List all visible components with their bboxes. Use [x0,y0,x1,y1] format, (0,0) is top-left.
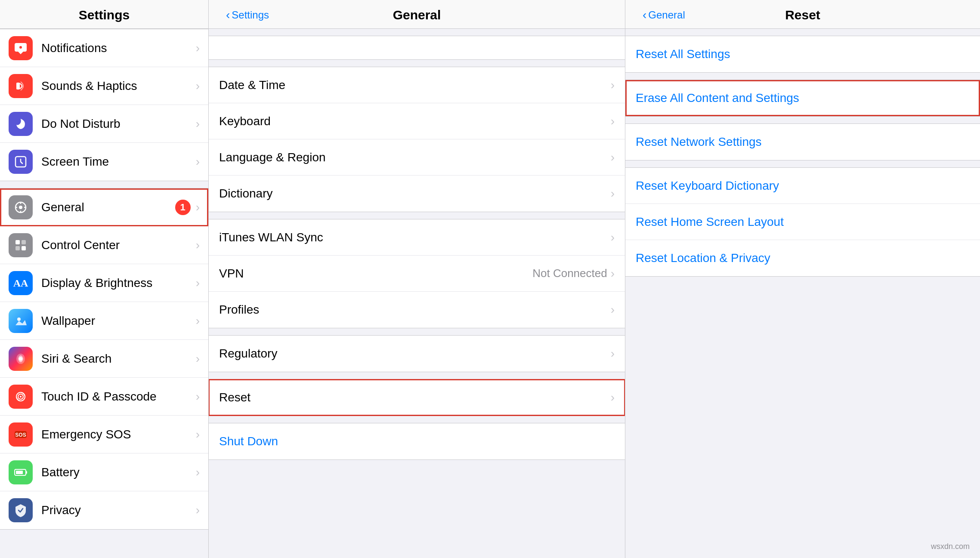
svg-rect-25 [16,471,23,474]
general-item-profiles[interactable]: Profiles › [209,292,625,328]
regulatory-chevron: › [611,347,615,361]
controlcenter-icon-bg [9,233,33,257]
general-chevron: › [196,200,200,214]
settings-column: Settings Notifications › [0,0,209,558]
dictionary-chevron: › [611,187,615,200]
settings-item-siri[interactable]: Siri & Search › [0,340,208,378]
settings-item-touchid[interactable]: Touch ID & Passcode › [0,378,208,416]
siri-icon-bg [9,347,33,371]
display-icon: AA [13,275,28,291]
general-header-relative: ‹ Settings General [217,8,616,22]
settings-group-2: General 1 › Control Center › [0,188,208,530]
general-item-datetime[interactable]: Date & Time › [209,67,625,103]
settings-item-general[interactable]: General 1 › [0,188,208,226]
general-item-reset[interactable]: Reset › [209,379,625,416]
touchid-chevron: › [196,390,200,404]
reset-location-label: Reset Location & Privacy [636,251,770,265]
settings-item-sounds[interactable]: Sounds & Haptics › [0,67,208,105]
general-item-vpn[interactable]: VPN Not Connected › [209,256,625,292]
general-group-3: Regulatory › [209,335,625,372]
settings-item-screentime[interactable]: Screen Time › [0,143,208,181]
dnd-chevron: › [196,117,200,131]
reset-item-network[interactable]: Reset Network Settings [625,124,980,160]
keyboard-chevron: › [611,114,615,128]
reset-item-home[interactable]: Reset Home Screen Layout [625,204,980,240]
sos-icon: SOS [13,427,28,442]
settings-group-1: Notifications › Sounds & Haptics › [0,29,208,181]
general-item-dictionary[interactable]: Dictionary › [209,176,625,212]
reset-item-location[interactable]: Reset Location & Privacy [625,240,980,276]
reset-home-label: Reset Home Screen Layout [636,215,784,229]
general-header: ‹ Settings General [209,0,625,29]
general-icon-bg [9,195,33,219]
privacy-chevron: › [196,503,200,517]
settings-item-notifications[interactable]: Notifications › [0,29,208,67]
general-back-chevron: ‹ [226,8,230,22]
wallpaper-label: Wallpaper [41,314,196,328]
language-label: Language & Region [219,151,611,164]
settings-item-controlcenter[interactable]: Control Center › [0,226,208,264]
reset-scroll: Reset All Settings Erase All Content and… [625,29,980,558]
reset-group-1: Reset All Settings [625,36,980,73]
reset-item-keyboard[interactable]: Reset Keyboard Dictionary [625,168,980,204]
general-group-1: Date & Time › Keyboard › Language & Regi… [209,67,625,212]
settings-header: Settings [0,0,208,29]
sounds-icon [13,78,28,94]
svg-point-15 [17,318,21,321]
reset-group-4: Reset Keyboard Dictionary Reset Home Scr… [625,167,980,277]
privacy-icon [13,503,28,518]
siri-icon [13,351,28,367]
general-item-regulatory[interactable]: Regulatory › [209,336,625,372]
reset-header: ‹ General Reset [625,0,980,29]
settings-item-battery[interactable]: Battery › [0,453,208,491]
vpn-chevron: › [611,267,615,281]
regulatory-label: Regulatory [219,347,611,361]
touchid-label: Touch ID & Passcode [41,390,196,404]
reset-column: ‹ General Reset Reset All Settings Erase… [625,0,980,558]
general-item-shutdown[interactable]: Shut Down [209,423,625,459]
screentime-chevron: › [196,155,200,169]
settings-item-dnd[interactable]: Do Not Disturb › [0,105,208,143]
notifications-label: Notifications [41,41,196,55]
dictionary-label: Dictionary [219,187,611,200]
wallpaper-icon [13,313,28,329]
datetime-chevron: › [611,78,615,92]
battery-icon [13,465,28,480]
itunes-label: iTunes WLAN Sync [219,231,611,244]
general-scroll: Date & Time › Keyboard › Language & Regi… [209,29,625,558]
svg-point-20 [20,396,22,398]
svg-text:SOS: SOS [15,432,26,438]
svg-rect-12 [15,246,20,250]
general-back-button[interactable]: ‹ Settings [226,8,269,22]
display-chevron: › [196,276,200,290]
controlcenter-icon [13,237,28,253]
general-item-language[interactable]: Language & Region › [209,139,625,176]
reset-group-3: Reset Network Settings [625,123,980,160]
settings-item-privacy[interactable]: Privacy › [0,491,208,529]
settings-item-sos[interactable]: SOS Emergency SOS › [0,416,208,453]
datetime-label: Date & Time [219,78,611,92]
svg-rect-2 [16,83,20,89]
general-top-partial [209,36,625,60]
settings-item-display[interactable]: AA Display & Brightness › [0,264,208,302]
general-group-5: Shut Down [209,423,625,460]
sos-icon-bg: SOS [9,422,33,447]
reset-item-all-settings[interactable]: Reset All Settings [625,36,980,72]
footer: wsxdn.com [924,539,977,555]
reset-group-2: Erase All Content and Settings [625,80,980,117]
general-label: General [41,200,175,214]
keyboard-label: Keyboard [219,114,611,128]
notifications-chevron: › [196,41,200,55]
privacy-icon-bg [9,498,33,522]
general-item-itunes[interactable]: iTunes WLAN Sync › [209,219,625,256]
reset-back-button[interactable]: ‹ General [643,8,685,22]
sos-label: Emergency SOS [41,428,196,441]
sounds-icon-bg [9,74,33,98]
screentime-icon-bg [9,150,33,174]
settings-item-wallpaper[interactable]: Wallpaper › [0,302,208,340]
reset-item-erase-all[interactable]: Erase All Content and Settings [625,80,980,116]
svg-rect-24 [26,471,27,474]
touchid-icon-bg [9,385,33,409]
dnd-icon-bg [9,112,33,136]
general-item-keyboard[interactable]: Keyboard › [209,103,625,139]
